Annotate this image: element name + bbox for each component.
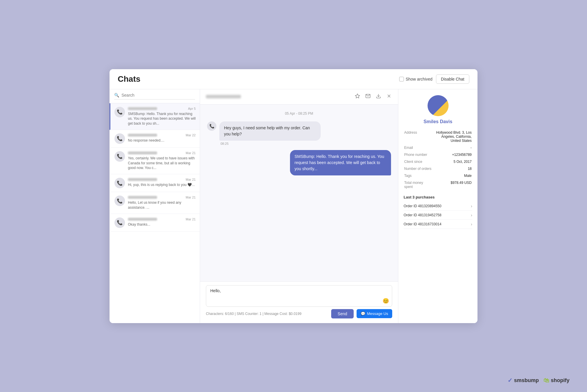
chat-info: Apr 5 SMSBump: Hello. Thank you for reac… — [128, 107, 196, 126]
message-content: SMSBump: Hello. Thank you for reaching u… — [290, 150, 391, 175]
table-row: Tags Male — [404, 172, 472, 179]
date-divider: 05 Apr - 08:25 PM — [207, 111, 391, 116]
search-input-wrap: 🔍 — [114, 93, 195, 100]
compose-input[interactable]: Hello, — [210, 288, 388, 302]
avatar: 📞 — [114, 151, 125, 162]
order-item[interactable]: Order ID 481320894550 › — [404, 202, 472, 211]
chat-info: Mar 21 Okay thanks... — [128, 217, 196, 227]
email-button[interactable] — [365, 93, 371, 101]
chat-meta: Mar 22 — [128, 133, 196, 137]
app-container: Chats Show archived Disable Chat 🔍 — [110, 69, 477, 323]
chat-info: Mar 21 Yes, certainly. We used to have i… — [128, 151, 196, 170]
compose-box: Hello, 😊 — [206, 285, 392, 307]
chat-meta: Mar 21 — [128, 178, 196, 181]
chat-list: 📞 Apr 5 SMSBump: Hello. Thank you for re… — [110, 103, 200, 323]
chat-meta: Apr 5 — [128, 107, 196, 110]
search-input[interactable] — [121, 93, 195, 97]
chat-meta: Mar 21 — [128, 196, 196, 199]
order-item[interactable]: Order ID 481319452758 › — [404, 211, 472, 220]
main-content: 🔍 📞 Apr 5 SMSBump: Hello. Thank — [110, 89, 477, 323]
compose-footer: Characters: 6/160 | SMS Counter: 1 | Mes… — [206, 309, 392, 318]
top-header: Chats Show archived Disable Chat — [110, 69, 477, 89]
chevron-right-icon: › — [471, 204, 472, 208]
chat-sidebar: 🔍 📞 Apr 5 SMSBump: Hello. Thank — [110, 89, 200, 323]
customer-name: Smiles Davis — [404, 119, 472, 124]
chat-info: Mar 21 Hello, Let us know if you need an… — [128, 196, 196, 210]
avatar: 📞 — [114, 196, 125, 206]
search-container: 🔍 — [110, 89, 200, 103]
chat-main: 05 Apr - 08:25 PM 📞 Hey guys, I need som… — [200, 89, 398, 323]
avatar: 📞 — [114, 178, 125, 188]
shopify-bag-icon: 🛍 — [543, 377, 549, 384]
chat-item-header: 📞 Mar 21 Hi, yup, this is us replying ba… — [114, 178, 196, 188]
chat-item-header: 📞 Mar 22 No response needed.... — [114, 133, 196, 144]
smsbump-check-icon: ✓ — [508, 377, 513, 384]
chat-info: Mar 21 Hi, yup, this is us replying back… — [128, 178, 196, 187]
message-avatar: 📞 — [207, 121, 216, 131]
chat-header — [200, 89, 398, 104]
chat-item-header: 📞 Mar 21 Hello, Let us know if you need … — [114, 196, 196, 210]
download-button[interactable] — [375, 93, 382, 101]
svg-marker-0 — [355, 94, 360, 98]
chat-item-header: 📞 Apr 5 SMSBump: Hello. Thank you for re… — [114, 107, 196, 126]
chat-item-header: 📞 Mar 21 Okay thanks... — [114, 217, 196, 228]
chevron-right-icon: › — [471, 213, 472, 217]
purchases-section-title: Last 3 purchases — [404, 195, 472, 199]
right-panel: Smiles Davis Address Hollywood Blvd. 3, … — [398, 89, 477, 323]
send-button[interactable]: Send — [331, 309, 354, 318]
chat-contact-name — [206, 95, 241, 98]
show-archived-label[interactable]: Show archived — [399, 77, 433, 81]
messenger-icon: 💬 — [361, 311, 365, 316]
chat-item[interactable]: 📞 Mar 21 Okay thanks... — [110, 214, 200, 232]
chat-item[interactable]: 📞 Mar 21 Hi, yup, this is us replying ba… — [110, 174, 200, 192]
customer-info-table: Address Hollywood Blvd. 3, Los Angeles, … — [404, 129, 472, 190]
chat-item[interactable]: 📞 Mar 22 No response needed.... — [110, 130, 200, 148]
header-actions: Show archived Disable Chat — [399, 74, 469, 84]
close-button[interactable] — [386, 93, 392, 101]
chat-item[interactable]: 📞 Apr 5 SMSBump: Hello. Thank you for re… — [110, 103, 200, 130]
table-row: Number of orders 18 — [404, 165, 472, 172]
message-bubble-incoming: Hey guys, I need some help with my order… — [219, 121, 321, 141]
message-row: SMSBump: Hello. Thank you for reaching u… — [207, 150, 391, 175]
chat-name-blur — [128, 196, 157, 199]
message-bubble-outgoing: SMSBump: Hello. Thank you for reaching u… — [290, 150, 391, 175]
table-row: Total money spent $978.49 USD — [404, 179, 472, 190]
chat-name-blur — [128, 107, 157, 110]
compose-stats: Characters: 6/160 | SMS Counter: 1 | Mes… — [206, 312, 301, 316]
customer-avatar-section — [404, 95, 472, 116]
emoji-button[interactable]: 😊 — [383, 298, 389, 304]
messages-area: 05 Apr - 08:25 PM 📞 Hey guys, I need som… — [200, 104, 398, 281]
chat-item[interactable]: 📞 Mar 21 Yes, certainly. We used to have… — [110, 148, 200, 174]
shopify-logo: 🛍 shopify — [543, 377, 569, 384]
chat-info: Mar 22 No response needed.... — [128, 133, 196, 143]
table-row: Phone number +123456789 — [404, 151, 472, 158]
compose-actions: Send 💬 Message Us — [331, 309, 392, 318]
chat-meta: Mar 21 — [128, 217, 196, 221]
order-item[interactable]: Order ID 481316733014 › — [404, 220, 472, 229]
avatar: 📞 — [114, 133, 125, 144]
customer-avatar — [428, 95, 449, 116]
avatar: 📞 — [114, 217, 125, 228]
message-row: 📞 Hey guys, I need some help with my ord… — [207, 121, 391, 145]
avatar: 📞 — [114, 107, 125, 117]
chat-item[interactable]: 📞 Mar 21 Hello, Let us know if you need … — [110, 192, 200, 214]
chat-name-blur — [128, 134, 157, 137]
smsbump-logo: ✓ smsbump — [508, 377, 539, 384]
compose-area: Hello, 😊 Characters: 6/160 | SMS Counter… — [200, 281, 398, 323]
show-archived-checkbox[interactable] — [399, 77, 404, 81]
chat-name-blur — [128, 218, 157, 221]
app-footer: ✓ smsbump 🛍 shopify — [508, 377, 569, 384]
message-us-button[interactable]: 💬 Message Us — [357, 309, 392, 318]
chevron-right-icon: › — [471, 222, 472, 227]
disable-chat-button[interactable]: Disable Chat — [436, 74, 469, 84]
chat-name-blur — [128, 178, 157, 181]
table-row: Email - — [404, 144, 472, 151]
star-button[interactable] — [354, 93, 361, 101]
message-content: Hey guys, I need some help with my order… — [219, 121, 321, 145]
chat-item-header: 📞 Mar 21 Yes, certainly. We used to have… — [114, 151, 196, 170]
table-row: Client since 5 Oct, 2017 — [404, 158, 472, 165]
table-row: Address Hollywood Blvd. 3, Los Angeles, … — [404, 129, 472, 144]
chat-name-blur — [128, 151, 157, 154]
search-icon: 🔍 — [114, 93, 119, 97]
page-title: Chats — [118, 74, 140, 84]
